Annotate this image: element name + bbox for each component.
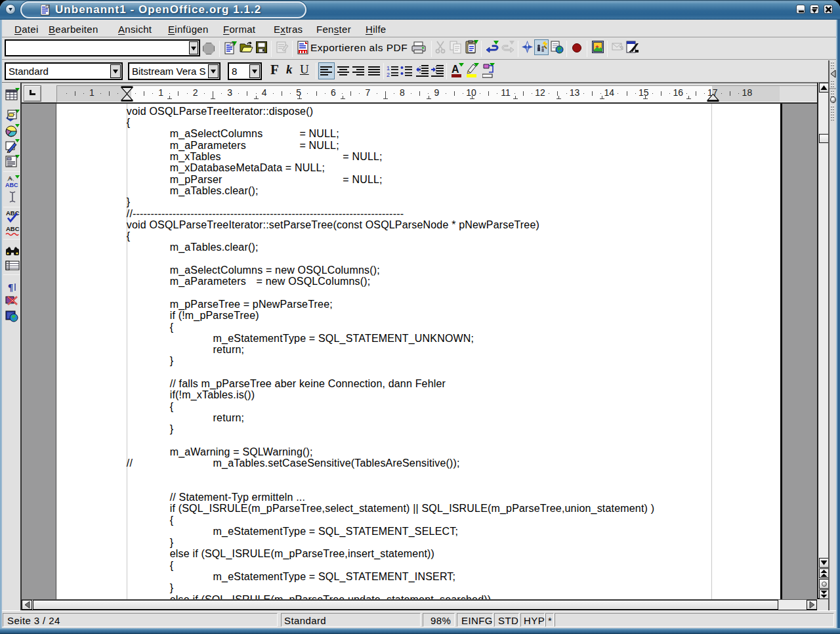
- svg-text:A: A: [452, 64, 459, 75]
- svg-text:ABC: ABC: [5, 182, 18, 188]
- svg-text:2: 2: [387, 72, 390, 77]
- svg-text:¶: ¶: [8, 282, 13, 292]
- svg-text:ABC: ABC: [6, 209, 20, 217]
- svg-text:ABC: ABC: [6, 225, 20, 232]
- svg-text:1: 1: [387, 65, 390, 72]
